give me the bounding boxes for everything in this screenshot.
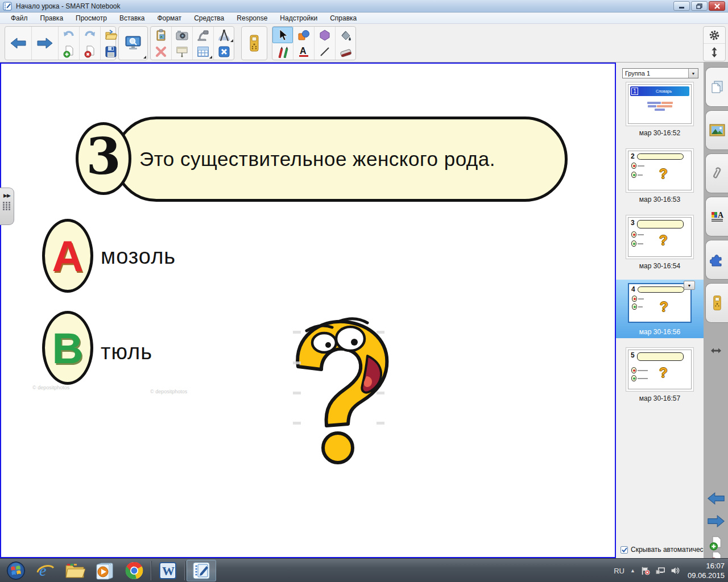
- question-banner[interactable]: Это существительное женского рода.: [114, 117, 568, 202]
- eraser-tool-button[interactable]: [336, 43, 356, 60]
- gear-icon: [709, 30, 720, 41]
- open-folder-icon: [105, 30, 117, 41]
- menu-item-addons[interactable]: Надстройки: [274, 13, 324, 24]
- network-icon[interactable]: [656, 566, 665, 575]
- tab-properties[interactable]: A: [705, 197, 728, 236]
- fill-tool-button[interactable]: [336, 27, 356, 43]
- taskbar-media-player[interactable]: [90, 560, 119, 581]
- tab-gallery[interactable]: [705, 110, 728, 150]
- autohide-checkbox[interactable]: [621, 546, 628, 554]
- question-mark-cartoon[interactable]: [281, 313, 403, 466]
- slide-thumbnail-5[interactable]: 5 ? мар 30-16:57: [616, 350, 704, 402]
- select-tool-button[interactable]: [272, 27, 293, 43]
- close-button[interactable]: [709, 1, 725, 11]
- taskbar-internet-explorer[interactable]: e: [31, 560, 60, 581]
- option-a-oval[interactable]: А: [42, 219, 93, 293]
- slide-thumbnail-1[interactable]: 1 Словарь мар 30-16:52: [616, 84, 704, 137]
- option-a-letter: А: [52, 231, 84, 281]
- taskbar-chrome[interactable]: [119, 560, 149, 581]
- group-dropdown[interactable]: Группа 1 ▼: [622, 68, 698, 78]
- page-canvas[interactable]: 3 Это существительное женского рода. А м…: [0, 63, 616, 558]
- delete-button[interactable]: [151, 43, 171, 60]
- forward-arrow-icon: [36, 37, 53, 49]
- move-toolbar-button[interactable]: [704, 44, 725, 61]
- action-center-flag-icon[interactable]: [641, 566, 650, 575]
- slide-1-preview[interactable]: 1 Словарь: [628, 84, 692, 124]
- polygon-tool-button[interactable]: [315, 27, 335, 43]
- taskbar-smart-notebook-active[interactable]: [187, 560, 216, 581]
- start-button[interactable]: [1, 560, 31, 581]
- response-clicker-button[interactable]: [242, 27, 267, 60]
- menu-item-file[interactable]: Файл: [5, 13, 34, 24]
- taskbar-word[interactable]: W: [153, 560, 183, 581]
- undo-button[interactable]: [59, 27, 79, 43]
- autohide-checkbox-row[interactable]: Скрывать автоматическ: [621, 546, 706, 554]
- tab-page-sorter[interactable]: [705, 67, 728, 107]
- mini-question-mark: ?: [659, 166, 668, 182]
- tab-attachments[interactable]: [705, 153, 728, 193]
- document-camera-button[interactable]: [193, 27, 213, 43]
- smart-exchange-button[interactable]: [214, 43, 234, 60]
- restore-icon: [696, 3, 703, 9]
- menu-item-help[interactable]: Справка: [324, 13, 363, 24]
- slide-5-preview[interactable]: 5 ?: [628, 350, 692, 389]
- menu-item-insert[interactable]: Вставка: [113, 13, 151, 24]
- folder-icon: [65, 562, 85, 579]
- previous-page-side-button[interactable]: [704, 492, 728, 508]
- volume-icon[interactable]: [671, 566, 680, 575]
- slide-thumbnail-4-selected[interactable]: ▼ 4 ? мар 30-16:56: [616, 280, 704, 338]
- slide-thumbnail-3[interactable]: 3 ? мар 30-16:54: [616, 217, 704, 270]
- slide-4-preview[interactable]: ▼ 4 ?: [628, 283, 692, 323]
- restore-button[interactable]: [691, 1, 708, 11]
- chevron-down-icon[interactable]: ▼: [688, 69, 698, 78]
- new-page-button[interactable]: [59, 43, 79, 60]
- properties-icon: A: [710, 209, 725, 224]
- taskbar-windows-explorer[interactable]: [60, 560, 90, 581]
- slide-thumbnail-2[interactable]: 2 ? мар 30-16:53: [616, 151, 704, 203]
- line-tool-button[interactable]: [315, 43, 335, 60]
- pens-tool-button[interactable]: [272, 43, 293, 60]
- slide-2-preview[interactable]: 2 ?: [628, 151, 692, 190]
- paste-button[interactable]: [151, 27, 171, 43]
- next-page-side-button[interactable]: [704, 514, 728, 530]
- delete-page-button[interactable]: [80, 43, 100, 60]
- language-indicator[interactable]: RU: [614, 567, 624, 575]
- redo-button[interactable]: [80, 27, 100, 43]
- menu-item-format[interactable]: Формат: [151, 13, 188, 24]
- tray-expand-icon[interactable]: ▲: [630, 568, 635, 573]
- measurement-tools-button[interactable]: [214, 27, 234, 43]
- screen-shade-button[interactable]: [172, 43, 192, 60]
- option-a-word[interactable]: мозоль: [101, 244, 176, 269]
- mini-option-b: [631, 375, 636, 381]
- table-button[interactable]: [193, 43, 213, 60]
- clock-date: 09.06.2015: [688, 571, 725, 580]
- toolbar-settings-button[interactable]: [704, 27, 725, 44]
- add-page-side-button[interactable]: [704, 536, 728, 553]
- text-tool-button[interactable]: А: [293, 43, 314, 60]
- menu-item-response[interactable]: Response: [230, 13, 274, 24]
- resize-panel-handle[interactable]: [704, 347, 728, 357]
- tray-clock[interactable]: 16:07 09.06.2015: [688, 561, 725, 580]
- toolbar-collapse-handle[interactable]: ▶▶: [0, 188, 14, 225]
- slide-3-preview[interactable]: 3 ?: [628, 217, 692, 257]
- previous-page-button[interactable]: [5, 27, 31, 60]
- clicker-icon: [713, 295, 722, 311]
- windows-taskbar: e: [0, 558, 728, 582]
- question-number-oval[interactable]: 3: [76, 122, 131, 195]
- minimize-button[interactable]: [673, 1, 690, 11]
- menu-bar: Файл Правка Просмотр Вставка Формат Сред…: [0, 13, 728, 24]
- screen-shade-icon: [176, 46, 188, 57]
- gallery-picture-icon: [709, 123, 725, 137]
- next-page-button[interactable]: [32, 27, 58, 60]
- menu-item-view[interactable]: Просмотр: [69, 13, 113, 24]
- menu-item-tools[interactable]: Средства: [188, 13, 230, 24]
- shapes-tool-button[interactable]: [293, 27, 314, 43]
- option-b-word[interactable]: тюль: [101, 340, 152, 364]
- view-screens-button[interactable]: [119, 27, 147, 60]
- tab-response[interactable]: [705, 283, 728, 323]
- slide-options-dropdown[interactable]: ▼: [684, 281, 695, 290]
- screen-capture-button[interactable]: [172, 27, 192, 43]
- option-b-oval[interactable]: В: [42, 311, 93, 385]
- menu-item-edit[interactable]: Правка: [34, 13, 70, 24]
- tab-addons[interactable]: [705, 240, 728, 280]
